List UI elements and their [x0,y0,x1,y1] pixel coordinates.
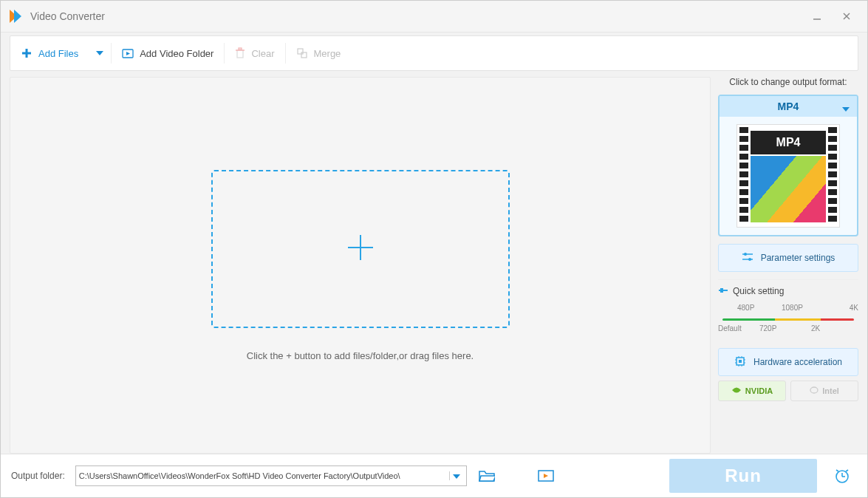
output-folder-label: Output folder: [11,471,65,481]
plus-icon [21,47,33,59]
slider-icon [718,286,728,296]
scale-480p: 480P [737,304,754,312]
svg-rect-6 [237,50,243,58]
quick-setting-title: Quick setting [718,286,858,296]
run-label: Run [725,465,762,486]
sliders-icon [742,252,753,265]
trash-icon [235,47,245,59]
svg-rect-10 [301,52,307,58]
format-name: MP4 [778,100,799,112]
add-files-label: Add Files [38,48,78,59]
nvidia-chip[interactable]: NVIDIA [718,381,786,401]
output-format-selector[interactable]: MP4 MP4 [718,95,858,236]
app-window: Video Converter Add Files Add Video Fol [0,0,868,498]
side-panel: Click to change output format: MP4 MP4 [718,77,858,454]
window-controls [802,5,861,27]
merge-icon [296,47,308,59]
chevron-down-icon [96,51,103,55]
output-path-value: C:\Users\ShawnOffice\Videos\WonderFox So… [79,471,449,480]
scale-720p: 720P [759,324,776,332]
app-logo-icon [7,7,24,25]
svg-rect-18 [720,288,723,293]
main-area: Click the + button to add files/folder,o… [10,77,858,454]
drop-zone[interactable] [211,170,510,328]
merge-button[interactable]: Merge [286,36,352,70]
svg-point-16 [748,258,751,261]
hw-accel-block: Hardware acceleration NVIDIA Intel [718,348,858,401]
open-folder-button[interactable] [477,466,496,485]
plus-large-icon [344,231,377,267]
svg-point-14 [744,253,747,256]
clear-button[interactable]: Clear [225,36,284,70]
folder-video-icon [122,47,134,59]
mp4-badge: MP4 [751,131,826,154]
svg-rect-20 [739,360,742,363]
svg-rect-9 [298,49,303,54]
intel-circle-icon [810,386,819,396]
intel-label: Intel [822,386,839,395]
mp4-thumb-icon: MP4 [737,124,840,228]
nvidia-eye-icon [731,386,742,395]
alarm-clock-icon [833,467,851,485]
quick-setting-block: Quick setting 480P 1080P 4K Default 720P… [718,279,858,335]
add-folder-label: Add Video Folder [140,48,213,59]
hardware-accel-button[interactable]: Hardware acceleration [718,348,858,376]
quality-slider[interactable]: 480P 1080P 4K Default 720P 2K [718,304,858,335]
scale-track [722,318,854,321]
chip-icon [734,355,746,369]
scale-1080p: 1080P [782,304,803,312]
add-folder-button[interactable]: Add Video Folder [112,36,224,70]
format-header[interactable]: MP4 [720,96,857,117]
footer-bar: Output folder: C:\Users\ShawnOffice\Vide… [1,454,867,497]
svg-line-35 [846,470,848,471]
svg-line-34 [836,470,838,471]
minimize-button[interactable] [802,5,832,27]
schedule-button[interactable] [827,461,857,491]
run-button[interactable]: Run [669,459,817,493]
output-path-dropdown[interactable] [449,471,463,480]
parameter-settings-label: Parameter settings [761,253,835,263]
merge-label: Merge [314,48,341,59]
add-files-dropdown[interactable] [89,36,111,70]
main-toolbar: Add Files Add Video Folder Clear Merge [10,35,858,71]
title-bar: Video Converter [1,1,867,33]
format-thumbnail: MP4 [720,117,857,235]
svg-rect-8 [239,48,242,50]
scale-2k: 2K [811,324,820,332]
drop-panel: Click the + button to add files/folder,o… [10,77,711,454]
svg-point-29 [810,387,818,393]
app-title: Video Converter [30,10,105,22]
drop-hint-text: Click the + button to add files/folder,o… [247,350,474,361]
scale-default: Default [718,324,742,332]
output-path-field[interactable]: C:\Users\ShawnOffice\Videos\WonderFox So… [75,465,467,486]
parameter-settings-button[interactable]: Parameter settings [718,244,858,272]
intel-chip[interactable]: Intel [790,381,858,401]
nvidia-label: NVIDIA [745,386,773,395]
close-button[interactable] [832,5,861,27]
browse-output-button[interactable] [536,466,556,485]
chevron-down-icon [842,102,850,114]
add-files-button[interactable]: Add Files [10,36,89,70]
scale-4k: 4K [850,304,858,312]
quick-setting-label: Quick setting [733,286,784,296]
clear-label: Clear [251,48,274,59]
output-format-hint: Click to change output format: [718,77,858,87]
hardware-accel-label: Hardware acceleration [753,357,842,367]
